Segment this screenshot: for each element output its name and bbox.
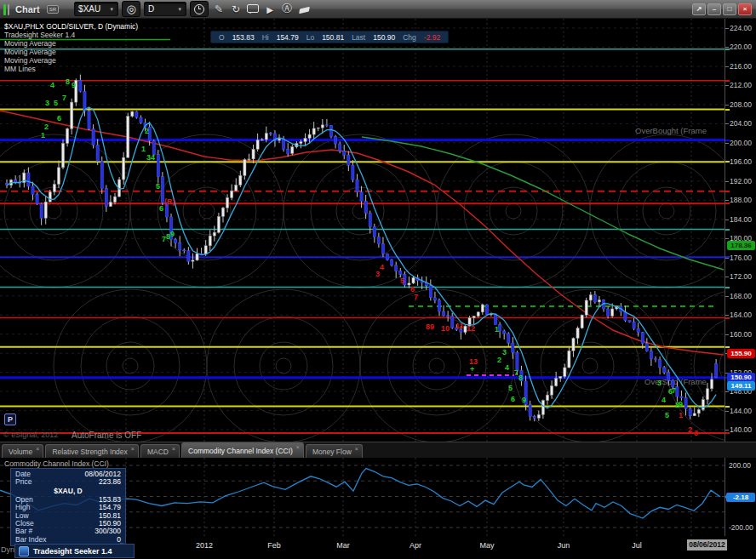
- axis-tick: [725, 105, 729, 106]
- chat-icon: [247, 4, 259, 13]
- quote-field-label: Chg: [403, 33, 416, 42]
- svg-text:1: 1: [495, 325, 499, 334]
- close-icon[interactable]: ×: [36, 446, 39, 452]
- axis-tick: [725, 315, 729, 316]
- svg-text:4: 4: [380, 263, 384, 271]
- data-window-label: Bar Index: [15, 536, 46, 544]
- close-icon[interactable]: ×: [296, 444, 300, 450]
- price-axis-label: 196.00: [730, 157, 752, 166]
- svg-text:+: +: [470, 365, 474, 374]
- target-icon: ◎: [126, 3, 135, 15]
- refresh-icon: ↻: [232, 3, 240, 15]
- popout-button[interactable]: ↗: [692, 3, 706, 15]
- close-icon[interactable]: ×: [172, 446, 175, 452]
- svg-text:4: 4: [505, 363, 509, 372]
- price-axis-label: 184.00: [730, 215, 752, 224]
- copyright-label: © eSignal, 2012: [3, 431, 58, 439]
- cci-axis-bottom: -200.00: [729, 523, 753, 532]
- minimize-button[interactable]: –: [707, 3, 721, 15]
- svg-text:1: 1: [141, 145, 146, 153]
- time-axis-label: 2012: [196, 541, 213, 550]
- tradesight-label: Tradesight Seeker 1.4: [33, 547, 112, 556]
- time-template-button[interactable]: [190, 1, 209, 17]
- titlebar[interactable]: Chart SR $XAU ▼ ◎ D ▼ ✎ ↻ ▶ Ⓐ ↗ – □ ×: [0, 0, 756, 19]
- tab-volume[interactable]: Volume×: [2, 444, 43, 458]
- tab-label: Relative Strength Index: [52, 448, 127, 456]
- price-axis-label: 192.00: [730, 177, 752, 185]
- clock-icon: [194, 4, 204, 14]
- svg-text:9: 9: [679, 400, 683, 408]
- close-icon[interactable]: ×: [355, 446, 358, 452]
- interval-value: D: [148, 4, 154, 14]
- axis-color-tick: [725, 191, 730, 192]
- cci-axis-top: 200.00: [729, 461, 751, 470]
- time-axis-label: Jun: [558, 541, 570, 550]
- tab-macd[interactable]: MACD×: [140, 444, 180, 458]
- quote-field-value: 150.90: [373, 33, 395, 42]
- eraser-button[interactable]: [297, 3, 311, 15]
- maximize-button[interactable]: □: [723, 3, 736, 15]
- chevron-down-icon[interactable]: ▼: [177, 7, 182, 12]
- axis-tick: [725, 277, 729, 277]
- chart-badge: SR: [47, 5, 59, 14]
- price-badge: 149.11: [727, 381, 755, 391]
- tradesight-footer: Tradesight Seeker 1.4: [14, 544, 135, 558]
- tab-money-flow[interactable]: Money Flow×: [306, 444, 363, 458]
- symbol-lookup-button[interactable]: ◎: [122, 1, 140, 17]
- auto-button[interactable]: Ⓐ: [280, 2, 294, 16]
- svg-text:1: 1: [41, 131, 45, 140]
- axis-tick: [725, 430, 729, 431]
- position-badge: P: [4, 414, 16, 425]
- axis-color-tick: [725, 202, 730, 204]
- tab-relative-strength-index[interactable]: Relative Strength Index×: [45, 444, 138, 458]
- axis-color-tick: [725, 287, 730, 288]
- chart-window: OverSold (Frame1234567891234567893456789…: [0, 0, 756, 559]
- quote-bar: O153.83Hi154.79Lo150.81Last150.90Chg-2.9…: [210, 31, 449, 43]
- svg-text:6: 6: [511, 395, 515, 403]
- price-axis-label: 172.00: [730, 272, 752, 281]
- cci-panel-title: Commodity Channel Index (CCI): [4, 459, 109, 468]
- cci-value-badge: -2.18: [726, 493, 755, 502]
- svg-text:89: 89: [426, 322, 434, 331]
- svg-text:11: 11: [455, 322, 464, 330]
- price-axis-label: 216.00: [730, 62, 752, 71]
- close-icon[interactable]: ×: [131, 446, 135, 452]
- axis-color-tick: [725, 161, 730, 163]
- axis-tick: [725, 334, 729, 335]
- play-button[interactable]: ▶: [263, 3, 277, 15]
- quote-field-value: 154.79: [277, 33, 299, 42]
- interval-input[interactable]: D ▼: [144, 2, 186, 16]
- price-axis-label: 224.00: [730, 24, 752, 32]
- cci-axis[interactable]: 200.00 -200.00 -2.18: [724, 458, 756, 536]
- price-axis[interactable]: 140.00144.00148.00152.00156.00160.00164.…: [724, 19, 756, 442]
- axis-tick: [725, 391, 729, 392]
- axis-tick: [725, 296, 729, 297]
- svg-text:2: 2: [44, 123, 49, 131]
- axis-tick: [725, 66, 729, 67]
- axis-color-tick: [725, 229, 730, 231]
- overbought-label: OverBought (Frame: [635, 126, 707, 135]
- symbol-input[interactable]: $XAU ▼: [74, 2, 118, 16]
- svg-text:3: 3: [657, 379, 662, 387]
- draw-tool-button[interactable]: ✎: [212, 3, 226, 15]
- axis-tick: [725, 200, 729, 201]
- quote-window-button[interactable]: [246, 3, 260, 15]
- quote-field-value: -2.92: [424, 33, 440, 42]
- quote-field-value: 150.81: [322, 33, 344, 42]
- svg-text:6: 6: [57, 114, 61, 123]
- reload-button[interactable]: ↻: [229, 3, 243, 15]
- axis-tick: [725, 85, 729, 86]
- letter-a-icon: Ⓐ: [282, 3, 292, 14]
- axis-tick: [725, 181, 729, 182]
- tab-commodity-channel-index-cci-[interactable]: Commodity Channel Index (CCI)×: [181, 442, 304, 458]
- quote-field-value: 153.83: [232, 33, 255, 42]
- close-button[interactable]: ×: [738, 3, 752, 15]
- svg-text:3: 3: [45, 99, 49, 107]
- time-axis-label: Apr: [410, 541, 421, 550]
- time-axis-label: May: [479, 541, 494, 550]
- svg-text:5: 5: [54, 99, 58, 107]
- svg-text:3: 3: [694, 429, 698, 437]
- svg-text:7: 7: [414, 293, 418, 301]
- axis-tick: [725, 220, 729, 220]
- chevron-down-icon[interactable]: ▼: [109, 7, 114, 12]
